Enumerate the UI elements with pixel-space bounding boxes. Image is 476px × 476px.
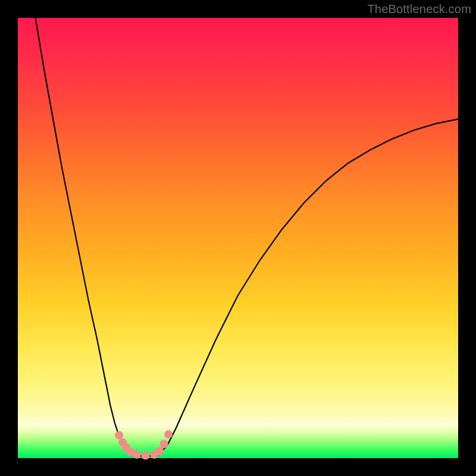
curve-layer [18, 18, 458, 458]
plot-area [18, 18, 458, 458]
marker-dot [155, 447, 164, 455]
bottleneck-curve [36, 18, 458, 456]
marker-dots [115, 430, 173, 460]
chart-frame: TheBottleneck.com [0, 0, 476, 476]
marker-dot [160, 440, 168, 448]
marker-dot [164, 430, 173, 439]
watermark-text: TheBottleneck.com [367, 2, 471, 16]
marker-dot [142, 452, 150, 460]
marker-dot [115, 431, 123, 440]
marker-dot [133, 450, 141, 459]
